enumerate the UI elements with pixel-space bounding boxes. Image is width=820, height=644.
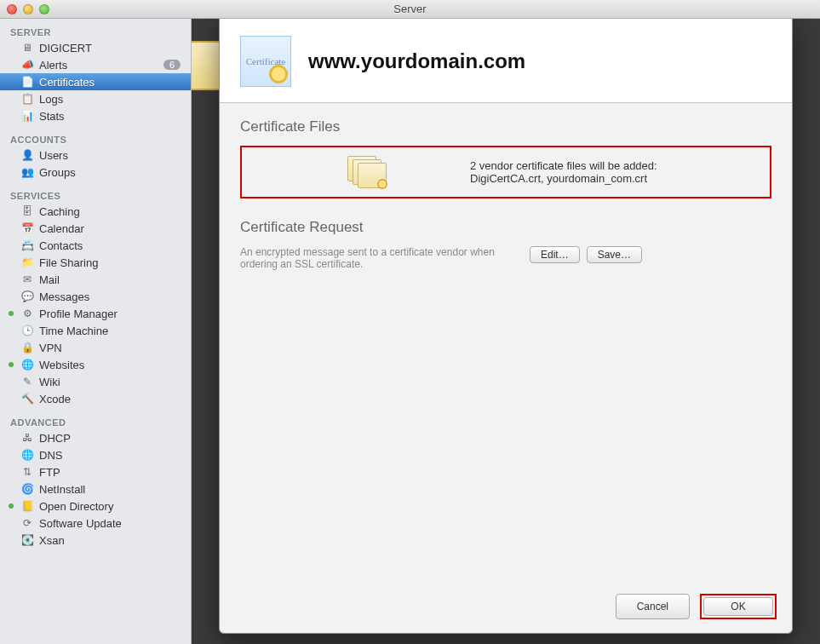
sidebar-item-time-machine[interactable]: 🕒Time Machine (0, 322, 191, 339)
vpn-icon: 🔒 (20, 342, 34, 354)
netinstall-icon: 🌀 (20, 483, 34, 495)
cancel-button[interactable]: Cancel (616, 594, 690, 619)
sidebar-item-label: Calendar (39, 222, 184, 235)
sheet-body: Certificate Files 2 vendor certificate f… (220, 103, 792, 584)
open-directory-icon: 📒 (20, 500, 34, 512)
sidebar-item-label: FTP (39, 466, 184, 479)
sidebar-item-certificates[interactable]: 📄Certificates (0, 73, 191, 90)
edit-button[interactable]: Edit… (530, 246, 580, 263)
sidebar-item-groups[interactable]: 👥Groups (0, 164, 191, 181)
sidebar-item-label: VPN (39, 342, 184, 354)
certificate-files-box: 2 vendor certificate files will be added… (240, 146, 771, 198)
sheet-footer: Cancel OK (220, 584, 792, 633)
sidebar-item-label: Software Update (39, 517, 184, 530)
sidebar: SERVER🖥DIGICERT📣Alerts6📄Certificates📋Log… (0, 19, 192, 644)
close-window-button[interactable] (7, 4, 17, 14)
sidebar-section-header: ADVANCED (0, 414, 191, 429)
logs-icon: 📋 (20, 93, 34, 105)
sidebar-item-ftp[interactable]: ⇅FTP (0, 463, 191, 480)
users-icon: 👤 (20, 149, 34, 161)
sidebar-item-label: Alerts (39, 59, 163, 72)
titlebar: Server (0, 0, 820, 19)
certificate-files-text: 2 vendor certificate files will be added… (470, 159, 657, 185)
sidebar-item-caching[interactable]: 🗄Caching (0, 203, 191, 220)
sidebar-item-label: Groups (39, 166, 184, 179)
certificate-sheet: Certificate www.yourdomain.com Certifica… (219, 19, 793, 634)
main-content: Certificate www.yourdomain.com Certifica… (192, 19, 820, 644)
window-controls (0, 4, 49, 14)
sidebar-item-contacts[interactable]: 📇Contacts (0, 237, 191, 254)
sheet-header: Certificate www.yourdomain.com (220, 19, 792, 103)
sidebar-item-label: DHCP (39, 432, 184, 445)
zoom-window-button[interactable] (39, 4, 49, 14)
sidebar-item-xsan[interactable]: 💽Xsan (0, 532, 191, 549)
sidebar-item-label: Profile Manager (39, 308, 184, 320)
sidebar-section: SERVICES🗄Caching📅Calendar📇Contacts📁File … (0, 187, 191, 407)
sidebar-section: ACCOUNTS👤Users👥Groups (0, 131, 191, 181)
sidebar-section: ADVANCED🖧DHCP🌐DNS⇅FTP🌀NetInstall📒Open Di… (0, 414, 191, 549)
time-machine-icon: 🕒 (20, 325, 34, 336)
sidebar-item-alerts[interactable]: 📣Alerts6 (0, 56, 191, 73)
sidebar-item-label: NetInstall (39, 483, 184, 496)
ok-button[interactable]: OK (703, 597, 773, 616)
save-button[interactable]: Save… (587, 246, 642, 263)
sidebar-item-label: Certificates (39, 76, 184, 89)
sidebar-item-messages[interactable]: 💬Messages (0, 288, 191, 305)
sidebar-item-profile-manager[interactable]: ⚙Profile Manager (0, 305, 191, 322)
caching-icon: 🗄 (20, 205, 34, 217)
groups-icon: 👥 (20, 166, 34, 178)
file-sharing-icon: 📁 (20, 256, 34, 268)
dhcp-icon: 🖧 (20, 432, 34, 444)
sidebar-item-xcode[interactable]: 🔨Xcode (0, 390, 191, 407)
sidebar-item-websites[interactable]: 🌐Websites (0, 356, 191, 373)
sidebar-item-netinstall[interactable]: 🌀NetInstall (0, 480, 191, 497)
sheet-domain-title: www.yourdomain.com (308, 49, 525, 73)
sidebar-item-dhcp[interactable]: 🖧DHCP (0, 429, 191, 446)
window-title: Server (0, 3, 820, 15)
calendar-icon: 📅 (20, 222, 34, 234)
sidebar-item-users[interactable]: 👤Users (0, 147, 191, 164)
count-badge: 6 (163, 60, 181, 70)
sidebar-item-file-sharing[interactable]: 📁File Sharing (0, 254, 191, 271)
software-update-icon: ⟳ (20, 517, 34, 529)
wiki-icon: ✎ (20, 376, 34, 388)
sidebar-item-wiki[interactable]: ✎Wiki (0, 373, 191, 390)
sidebar-item-mail[interactable]: ✉Mail (0, 271, 191, 288)
profile-manager-icon: ⚙ (20, 308, 34, 319)
sidebar-item-dns[interactable]: 🌐DNS (0, 446, 191, 463)
certificate-icon: Certificate (240, 36, 291, 87)
sidebar-section-header: ACCOUNTS (0, 131, 191, 147)
sidebar-item-label: Xsan (39, 534, 184, 547)
sidebar-section-header: SERVER (0, 24, 191, 39)
certificate-request-description: An encrypted message sent to a certifica… (240, 246, 530, 270)
mail-icon: ✉ (20, 273, 34, 285)
certificate-files-heading: Certificate Files (240, 118, 771, 135)
contacts-icon: 📇 (20, 239, 34, 251)
sidebar-item-label: Stats (39, 110, 184, 123)
xsan-icon: 💽 (20, 534, 34, 546)
minimize-window-button[interactable] (23, 4, 33, 14)
sidebar-item-vpn[interactable]: 🔒VPN (0, 339, 191, 356)
sidebar-item-open-directory[interactable]: 📒Open Directory (0, 497, 191, 515)
sidebar-item-label: Wiki (39, 376, 184, 388)
sidebar-item-stats[interactable]: 📊Stats (0, 107, 191, 124)
sidebar-item-label: Messages (39, 290, 184, 303)
status-dot-icon (9, 362, 14, 367)
sidebar-item-label: Logs (39, 93, 184, 106)
digicert-icon: 🖥 (20, 42, 34, 54)
sidebar-item-label: Contacts (39, 239, 184, 252)
sidebar-item-calendar[interactable]: 📅Calendar (0, 220, 191, 237)
certificate-files-icon (347, 156, 385, 188)
body-area: SERVER🖥DIGICERT📣Alerts6📄Certificates📋Log… (0, 19, 820, 644)
sidebar-item-label: Users (39, 149, 184, 162)
sidebar-item-logs[interactable]: 📋Logs (0, 90, 191, 107)
sidebar-item-label: Open Directory (39, 500, 184, 513)
stats-icon: 📊 (20, 110, 34, 122)
certificate-request-heading: Certificate Request (240, 219, 771, 236)
sidebar-item-software-update[interactable]: ⟳Software Update (0, 515, 191, 532)
sidebar-item-digicert[interactable]: 🖥DIGICERT (0, 39, 191, 56)
ok-highlight: OK (700, 594, 777, 619)
sidebar-item-label: Websites (39, 359, 184, 371)
certificate-icon-label: Certificate (246, 56, 285, 66)
status-dot-icon (9, 503, 14, 509)
